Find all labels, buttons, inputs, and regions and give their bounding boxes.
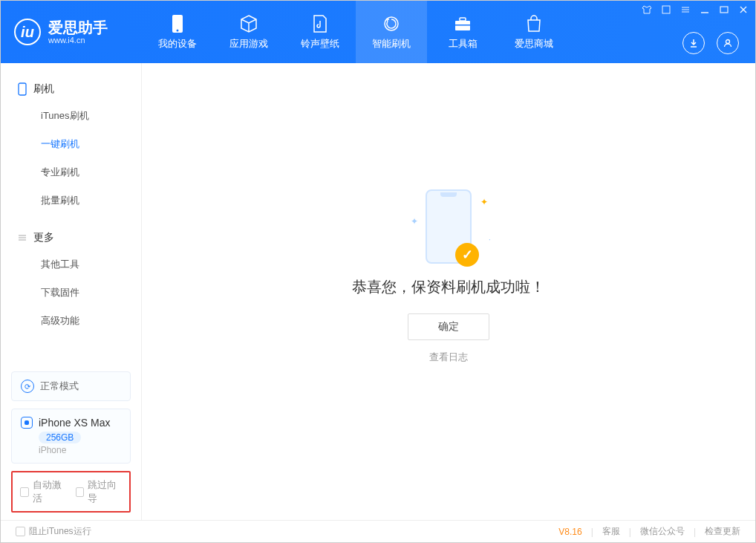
briefcase-icon [452, 13, 473, 34]
device-icon [21, 417, 33, 429]
mode-label: 正常模式 [40, 380, 79, 393]
menu-icon[interactable] [660, 4, 672, 16]
nav-label: 爱思商城 [515, 37, 553, 51]
nav-label: 智能刷机 [372, 37, 411, 51]
sidebar-scroll: 刷机 iTunes刷机 一键刷机 专业刷机 批量刷机 更多 其他工具 下载固件 … [1, 63, 141, 364]
view-log-link[interactable]: 查看日志 [429, 351, 468, 364]
nav-label: 应用游戏 [229, 37, 268, 51]
nav-label: 工具箱 [449, 37, 478, 51]
sidebar-group-flash: 刷机 [1, 77, 141, 102]
window-controls [641, 4, 749, 16]
group-title-label: 刷机 [33, 82, 54, 96]
nav-apps-games[interactable]: 应用游戏 [213, 1, 284, 63]
link-customer-service[interactable]: 客服 [602, 525, 620, 538]
main-content: ✓ ✦ ✦ · 恭喜您，保资料刷机成功啦！ 确定 查看日志 [142, 63, 755, 520]
group-title-label: 更多 [33, 231, 54, 244]
success-message: 恭喜您，保资料刷机成功啦！ [352, 277, 545, 297]
sidebar-item-oneclick-flash[interactable]: 一键刷机 [1, 130, 141, 158]
separator: | [591, 527, 593, 537]
sparkle-icon: ✦ [411, 216, 418, 227]
minimize-button[interactable] [699, 4, 711, 16]
svg-rect-4 [460, 18, 466, 21]
top-nav: 我的设备 应用游戏 铃声壁纸 智能刷机 工具箱 爱思商城 [142, 1, 570, 63]
list-icon[interactable] [680, 4, 691, 16]
maximize-button[interactable] [718, 4, 730, 16]
checkbox-icon [76, 487, 85, 497]
more-icon [17, 233, 27, 243]
music-file-icon [310, 13, 330, 34]
separator: | [694, 527, 696, 537]
sparkle-icon: · [489, 234, 491, 244]
footer-right: V8.16 | 客服 | 微信公众号 | 检查更新 [558, 525, 740, 538]
close-button[interactable] [737, 4, 749, 16]
nav-label: 我的设备 [158, 37, 197, 51]
nav-my-device[interactable]: 我的设备 [142, 1, 213, 63]
nav-label: 铃声壁纸 [301, 37, 339, 51]
shopping-bag-icon [524, 13, 544, 34]
sidebar-item-advanced[interactable]: 高级功能 [1, 307, 141, 335]
logo-icon: iu [14, 19, 41, 45]
app-header: iu 爱思助手 www.i4.cn 我的设备 应用游戏 铃声壁纸 智能刷机 工具… [1, 1, 755, 63]
sidebar: 刷机 iTunes刷机 一键刷机 专业刷机 批量刷机 更多 其他工具 下载固件 … [1, 63, 142, 520]
sidebar-group-more: 更多 [1, 225, 141, 250]
nav-smart-flash[interactable]: 智能刷机 [356, 1, 427, 63]
app-body: 刷机 iTunes刷机 一键刷机 专业刷机 批量刷机 更多 其他工具 下载固件 … [1, 63, 755, 520]
checkbox-icon [16, 527, 25, 536]
svg-rect-6 [662, 6, 670, 13]
link-check-update[interactable]: 检查更新 [705, 525, 740, 538]
device-storage: 256GB [39, 432, 81, 443]
checkbox-label: 阻止iTunes运行 [29, 525, 91, 538]
sidebar-item-other-tools[interactable]: 其他工具 [1, 250, 141, 279]
checkbox-label: 自动激活 [33, 478, 67, 505]
link-wechat[interactable]: 微信公众号 [640, 525, 685, 538]
sidebar-item-batch-flash[interactable]: 批量刷机 [1, 186, 141, 215]
svg-rect-15 [19, 83, 26, 95]
nav-store[interactable]: 爱思商城 [498, 1, 570, 63]
mode-icon: ⟳ [21, 380, 34, 393]
refresh-gear-icon [381, 13, 402, 34]
sparkle-icon: ✦ [480, 197, 488, 207]
download-icon[interactable] [682, 32, 705, 54]
separator: | [629, 527, 631, 537]
logo-block[interactable]: iu 爱思助手 www.i4.cn [1, 19, 142, 45]
phone-icon [167, 13, 188, 34]
sidebar-item-download-firmware[interactable]: 下载固件 [1, 279, 141, 307]
success-illustration: ✓ ✦ ✦ · [426, 189, 472, 264]
version-label: V8.16 [558, 527, 581, 537]
device-name: iPhone XS Max [39, 417, 111, 429]
svg-rect-5 [455, 25, 470, 26]
nav-toolbox[interactable]: 工具箱 [427, 1, 498, 63]
check-badge-icon: ✓ [455, 243, 479, 267]
header-actions [682, 32, 739, 54]
user-icon[interactable] [717, 32, 739, 54]
svg-point-1 [177, 30, 179, 32]
checkbox-block-itunes[interactable]: 阻止iTunes运行 [16, 525, 91, 538]
confirm-button[interactable]: 确定 [408, 313, 489, 340]
status-bar: 阻止iTunes运行 V8.16 | 客服 | 微信公众号 | 检查更新 [1, 520, 755, 542]
svg-rect-11 [720, 7, 728, 13]
svg-point-14 [726, 40, 730, 44]
app-subtitle: www.i4.cn [48, 36, 108, 45]
checkbox-skip-guide[interactable]: 跳过向导 [76, 478, 123, 505]
phone-notch [440, 192, 457, 197]
flash-options-highlight: 自动激活 跳过向导 [11, 471, 131, 513]
logo-text: 爱思助手 www.i4.cn [48, 19, 108, 45]
sidebar-item-itunes-flash[interactable]: iTunes刷机 [1, 102, 141, 130]
cube-icon [238, 13, 259, 34]
phone-outline-icon [17, 82, 27, 96]
shirt-icon[interactable] [641, 4, 653, 16]
sidebar-bottom: ⟳ 正常模式 iPhone XS Max 256GB iPhone 自动激活 跳 [1, 364, 141, 520]
nav-ringtones-wallpapers[interactable]: 铃声壁纸 [284, 1, 356, 63]
app-title: 爱思助手 [48, 19, 108, 36]
checkbox-auto-activate[interactable]: 自动激活 [20, 478, 67, 505]
checkbox-icon [20, 487, 29, 497]
checkbox-label: 跳过向导 [88, 478, 122, 505]
sidebar-item-pro-flash[interactable]: 专业刷机 [1, 158, 141, 186]
device-type: iPhone [39, 445, 121, 455]
mode-indicator[interactable]: ⟳ 正常模式 [11, 371, 131, 401]
device-info-box[interactable]: iPhone XS Max 256GB iPhone [11, 409, 131, 464]
